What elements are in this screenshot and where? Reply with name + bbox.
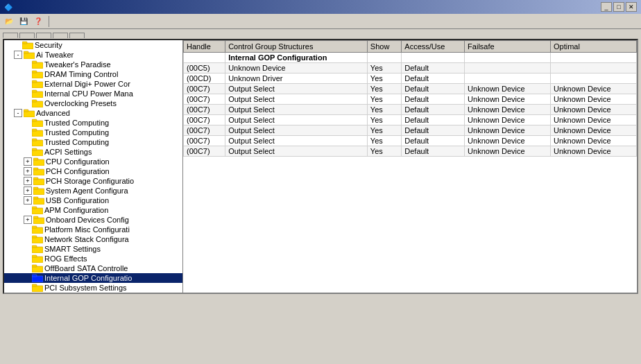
tree-label-trusted-computing-2: Trusted Computing: [44, 128, 109, 137]
maximize-button[interactable]: □: [613, 2, 624, 12]
svg-rect-2: [24, 53, 35, 59]
tree-item-offboard-sata[interactable]: OffBoard SATA Controlle: [4, 263, 182, 273]
folder-icon: [32, 206, 43, 214]
tree-item-advanced[interactable]: - Advanced: [4, 108, 182, 118]
folder-icon: [32, 99, 43, 107]
table-cell: Yes: [367, 115, 401, 125]
expand-btn-cpu-config[interactable]: +: [24, 157, 32, 166]
tab-dmi-tables[interactable]: [53, 33, 68, 38]
save-button[interactable]: 💾: [17, 16, 30, 27]
tree-label-apm-config: APM Configuration: [44, 206, 108, 214]
open-button[interactable]: 📂: [3, 16, 15, 27]
close-button[interactable]: ✕: [626, 2, 637, 12]
table-cell: Yes: [367, 125, 401, 136]
minimize-button[interactable]: _: [601, 2, 612, 12]
tree-item-usb-config[interactable]: + USB Configuration: [4, 196, 182, 205]
svg-rect-49: [32, 275, 37, 277]
tree-item-ext-digi-power[interactable]: External Digi+ Power Cor: [4, 79, 182, 89]
col-header-control-group-structures: Control Group Structures: [225, 41, 368, 53]
tab-setup-configuration[interactable]: [3, 33, 18, 38]
svg-rect-19: [32, 129, 37, 131]
tree-item-overclocking-presets[interactable]: Overclocking Presets: [4, 98, 182, 108]
svg-rect-22: [32, 150, 43, 156]
col-header-show: Show: [367, 41, 401, 53]
tabs-bar: [0, 29, 641, 37]
expand-btn-ai-tweaker[interactable]: -: [14, 51, 22, 59]
tree-label-acpi-settings: ACPI Settings: [44, 148, 92, 156]
table-row[interactable]: (00C7)Output SelectYesDefaultUnknown Dev…: [184, 84, 637, 94]
tree-item-security[interactable]: Security: [4, 40, 182, 50]
tree-item-tweakers-paradise[interactable]: Tweaker's Paradise: [4, 60, 182, 69]
table-row[interactable]: (00C7)Output SelectYesDefaultUnknown Dev…: [184, 146, 637, 157]
tree-label-pch-storage: PCH Storage Configuratio: [46, 177, 134, 185]
table-row[interactable]: (00C7)Output SelectYesDefaultUnknown Dev…: [184, 115, 637, 125]
tree-label-onboard-devices: Onboard Devices Config: [46, 216, 129, 224]
tree-item-pch-config[interactable]: + PCH Configuration: [4, 166, 182, 176]
table-row[interactable]: (00C7)Output SelectYesDefaultUnknown Dev…: [184, 125, 637, 136]
expand-btn-advanced[interactable]: -: [14, 109, 22, 117]
tree-item-onboard-devices[interactable]: + Onboard Devices Config: [4, 215, 182, 225]
tab-bios-features[interactable]: [69, 33, 85, 38]
tree-item-dram-timing[interactable]: DRAM Timing Control: [4, 69, 182, 79]
svg-rect-38: [32, 227, 43, 234]
folder-icon: [32, 89, 43, 98]
table-cell: (00C7): [184, 115, 225, 125]
tree-item-pch-storage[interactable]: + PCH Storage Configuratio: [4, 176, 182, 186]
svg-rect-18: [32, 130, 43, 137]
table-cell: [551, 53, 637, 63]
table-row[interactable]: (00CD)Unknown DriverYesDefault: [184, 73, 637, 84]
menu-view[interactable]: [62, 20, 70, 23]
window-controls: _ □ ✕: [601, 2, 637, 12]
svg-rect-43: [32, 245, 37, 248]
tree-item-network-stack[interactable]: Network Stack Configura: [4, 234, 182, 244]
table-row[interactable]: Internal GOP Configuration: [184, 53, 637, 63]
tree-item-trusted-computing-2[interactable]: Trusted Computing: [4, 128, 182, 137]
tree-item-platform-misc[interactable]: Platform Misc Configurati: [4, 225, 182, 234]
table-row[interactable]: (00C7)Output SelectYesDefaultUnknown Dev…: [184, 136, 637, 146]
data-table: HandleControl Group StructuresShowAccess…: [183, 40, 637, 157]
menu-window[interactable]: [71, 20, 80, 23]
expand-btn-onboard-devices[interactable]: +: [24, 216, 32, 224]
folder-icon: [24, 51, 35, 59]
tree-label-pci-subsystem: PCI Subsystem Settings: [44, 284, 127, 292]
table-row[interactable]: (00C7)Output SelectYesDefaultUnknown Dev…: [184, 105, 637, 115]
tree-item-rog-effects[interactable]: ROG Effects: [4, 254, 182, 263]
menu-file[interactable]: [52, 20, 60, 23]
tree-item-system-agent[interactable]: + System Agent Configura: [4, 186, 182, 196]
tree-item-trusted-computing-1[interactable]: Trusted Computing: [4, 118, 182, 128]
tree-item-internal-gop[interactable]: Internal GOP Configuratio: [4, 273, 182, 283]
table-row[interactable]: (00C7)Output SelectYesDefaultUnknown Dev…: [184, 94, 637, 105]
svg-rect-10: [32, 92, 43, 98]
svg-rect-8: [32, 82, 43, 88]
tree-item-acpi-settings[interactable]: ACPI Settings: [4, 147, 182, 157]
svg-rect-14: [24, 111, 35, 117]
folder-icon: [33, 196, 44, 205]
tab-bios-strings[interactable]: [36, 33, 51, 38]
tree-item-internal-cpu-power[interactable]: Internal CPU Power Mana: [4, 89, 182, 98]
expand-btn-usb-config[interactable]: +: [24, 196, 32, 205]
table-row[interactable]: (00C5)Unknown DeviceYesDefault: [184, 63, 637, 73]
table-cell: (00C7): [184, 136, 225, 146]
expand-btn-pch-config[interactable]: +: [24, 167, 32, 175]
help-button[interactable]: ❓: [32, 16, 44, 27]
table-cell: [465, 53, 551, 63]
tree-item-ai-tweaker[interactable]: - Ai Tweaker: [4, 50, 182, 60]
tree-item-pci-subsystem[interactable]: PCI Subsystem Settings: [4, 283, 182, 293]
svg-rect-24: [33, 159, 44, 166]
table-cell: Output Select: [225, 115, 368, 125]
col-header-handle: Handle: [184, 41, 225, 53]
menu-help[interactable]: [81, 20, 89, 23]
tree-item-smart-settings[interactable]: SMART Settings: [4, 244, 182, 254]
tree-item-apm-config[interactable]: APM Configuration: [4, 205, 182, 215]
tree-item-trusted-computing-3[interactable]: Trusted Computing: [4, 137, 182, 147]
tab-pci-irq-routing[interactable]: [19, 33, 35, 38]
tree-item-cpu-config[interactable]: + CPU Configuration: [4, 157, 182, 166]
expand-btn-pch-storage[interactable]: +: [24, 177, 32, 185]
col-header-access-use: Access/Use: [402, 41, 465, 53]
table-cell: Default: [402, 125, 465, 136]
svg-rect-33: [33, 197, 38, 199]
svg-rect-27: [33, 168, 38, 170]
svg-rect-30: [33, 189, 44, 195]
svg-rect-51: [32, 284, 37, 286]
expand-btn-system-agent[interactable]: +: [24, 187, 32, 195]
